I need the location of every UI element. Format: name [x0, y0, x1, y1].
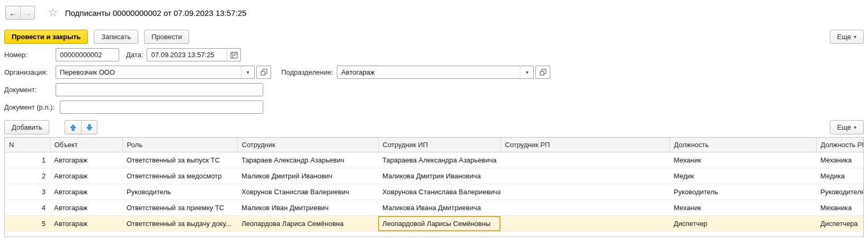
more-button-table[interactable]: Еще ▾ [830, 120, 864, 134]
form-row-document-rp: Документ (р.п.): [4, 101, 864, 114]
column-header-object[interactable]: Объект [50, 138, 122, 152]
date-field[interactable] [147, 49, 227, 61]
cell-position-rp[interactable]: Механика [816, 152, 863, 168]
table-row-selected: 5 Автогараж Ответственный за выдачу доку… [5, 215, 863, 231]
cell-employee-ip[interactable]: Маликова Дмитрия Ивановича [378, 168, 500, 184]
cell-employee[interactable]: Ховрунов Станислав Валериевич [237, 184, 378, 200]
arrow-up-icon [69, 124, 77, 131]
back-button[interactable]: ← [6, 6, 20, 19]
cell-employee-rp[interactable] [500, 152, 669, 168]
date-label: Дата: [126, 51, 143, 59]
chevron-down-icon: ▾ [854, 124, 856, 130]
nav-buttons: ← → [5, 6, 35, 20]
cell-object[interactable]: Автогараж [50, 215, 122, 231]
cell-role[interactable]: Ответственный за медосмотр [122, 168, 237, 184]
column-header-employee[interactable]: Сотрудник [237, 138, 378, 152]
calendar-icon [230, 51, 238, 59]
column-header-position[interactable]: Должность [669, 138, 816, 152]
calendar-button[interactable] [227, 49, 240, 61]
more-label: Еще [837, 123, 851, 131]
cell-employee-rp[interactable] [500, 215, 669, 231]
open-form-icon [261, 69, 267, 76]
cell-employee-rp[interactable] [500, 184, 669, 200]
favorite-star-icon[interactable]: ☆ [48, 7, 58, 19]
cell-position[interactable]: Механик [669, 152, 816, 168]
cell-employee-ip-focused[interactable]: Леопардовой Ларисы Семёновны [378, 215, 500, 231]
cell-position-rp[interactable]: Механика [816, 200, 863, 215]
cell-position[interactable]: Руководитель [669, 184, 816, 200]
cell-position-rp[interactable]: Руководителя [816, 184, 863, 200]
cell-number[interactable]: 2 [5, 168, 50, 184]
department-field[interactable] [337, 66, 520, 78]
cell-employee-rp[interactable] [500, 168, 669, 184]
cell-object[interactable]: Автогараж [50, 200, 122, 215]
cell-employee[interactable]: Маликов Дмитрий Иванович [237, 168, 378, 184]
organization-field[interactable] [56, 66, 241, 78]
table-row: 1 Автогараж Ответственный за выпуск ТС Т… [5, 152, 863, 168]
cell-object[interactable]: Автогараж [50, 184, 122, 200]
cell-position[interactable]: Диспетчер [669, 215, 816, 231]
move-down-button[interactable] [81, 121, 97, 134]
column-header-position-rp[interactable]: Должность РП [816, 138, 863, 152]
table-row: 2 Автогараж Ответственный за медосмотр М… [5, 168, 863, 184]
cell-object[interactable]: Автогараж [50, 152, 122, 168]
cell-position[interactable]: Механик [669, 200, 816, 215]
column-header-n[interactable]: N [5, 138, 50, 152]
cell-position-rp[interactable]: Диспетчера [816, 215, 863, 231]
arrow-down-icon [86, 124, 93, 131]
organization-dropdown-button[interactable]: ▾ [241, 66, 254, 78]
cell-employee-ip[interactable]: Тарараева Александра Азарьевича [378, 152, 500, 168]
table-row: 3 Автогараж Руководитель Ховрунов Станис… [5, 184, 863, 200]
cell-position[interactable]: Медик [669, 168, 816, 184]
cell-employee[interactable]: Леопардова Лариса Семёновна [237, 215, 378, 231]
column-header-role[interactable]: Роль [122, 138, 237, 152]
move-up-button[interactable] [65, 121, 81, 134]
page-title: Подписанты 00000000002 от 07.09.2023 13:… [65, 8, 247, 17]
command-bar: Провести и закрыть Записать Провести Еще… [0, 29, 868, 44]
table-row: 4 Автогараж Ответственный за приемку ТС … [5, 200, 863, 215]
cell-employee-ip[interactable]: Маликова Ивана Дмитриевича [378, 200, 500, 215]
organization-combo: ▾ [56, 66, 255, 79]
add-row-button[interactable]: Добавить [4, 120, 49, 134]
department-dropdown-button[interactable]: ▾ [520, 66, 533, 78]
cell-number[interactable]: 4 [5, 200, 50, 215]
more-button-top[interactable]: Еще ▾ [830, 30, 864, 44]
department-open-button[interactable] [535, 66, 550, 79]
cell-number[interactable]: 5 [5, 215, 50, 231]
form-row-number-date: Номер: Дата: [4, 48, 864, 61]
signers-grid: N Объект Роль Сотрудник Сотрудник ИП Сот… [4, 137, 864, 237]
write-button[interactable]: Записать [94, 30, 138, 44]
forward-arrow-icon: → [24, 8, 32, 17]
cell-role[interactable]: Ответственный за приемку ТС [122, 200, 237, 215]
cell-position-rp[interactable]: Медика [816, 168, 863, 184]
header-row: N Объект Роль Сотрудник Сотрудник ИП Сот… [5, 138, 863, 152]
forward-button[interactable]: → [20, 6, 34, 19]
date-field-wrap [147, 48, 241, 61]
chevron-down-icon: ▾ [854, 34, 856, 40]
form-row-document: Документ: [4, 83, 864, 96]
column-header-employee-ip[interactable]: Сотрудник ИП [378, 138, 500, 152]
cell-employee-rp[interactable] [500, 200, 669, 215]
cell-object[interactable]: Автогараж [50, 168, 122, 184]
cell-role[interactable]: Ответственный за выпуск ТС [122, 152, 237, 168]
chevron-down-icon: ▾ [246, 69, 249, 75]
cell-employee[interactable]: Тарараев Александр Азарьевич [237, 152, 378, 168]
cell-number[interactable]: 1 [5, 152, 50, 168]
cell-role[interactable]: Руководитель [122, 184, 237, 200]
document-field[interactable] [56, 83, 263, 96]
cell-employee[interactable]: Маликов Иван Дмитриевич [237, 200, 378, 215]
post-and-close-button[interactable]: Провести и закрыть [4, 30, 88, 44]
number-field[interactable] [56, 48, 119, 61]
document-rp-label: Документ (р.п.): [4, 103, 60, 111]
document-rp-field[interactable] [60, 101, 263, 114]
more-label: Еще [837, 33, 851, 41]
cell-employee-ip[interactable]: Ховрунова Станислава Валериевича [378, 184, 500, 200]
cell-role[interactable]: Ответственный за выдачу доку... [122, 215, 237, 231]
cell-number[interactable]: 3 [5, 184, 50, 200]
move-row-buttons [65, 120, 97, 134]
department-combo: ▾ [337, 66, 534, 79]
column-header-employee-rp[interactable]: Сотрудник РП [500, 138, 669, 152]
document-form: Номер: Дата: Организация: ▾ [0, 48, 868, 114]
post-button[interactable]: Провести [144, 30, 190, 44]
organization-open-button[interactable] [256, 66, 271, 79]
